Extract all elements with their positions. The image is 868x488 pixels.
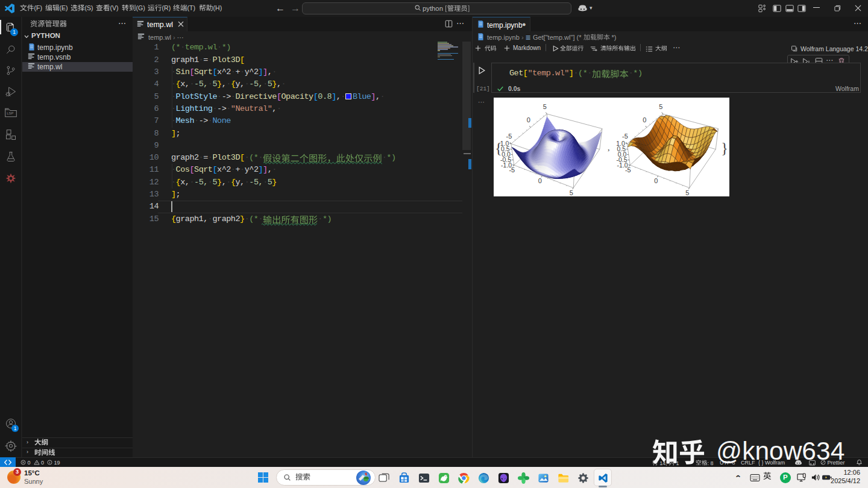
svg-text:5: 5: [659, 103, 662, 110]
svg-text:0: 0: [643, 116, 646, 124]
svg-text:5: 5: [570, 189, 573, 196]
svg-text:}: }: [721, 140, 728, 156]
svg-text:5: 5: [543, 103, 547, 110]
svg-text:LSP: LSP: [7, 111, 13, 115]
svg-text:0: 0: [538, 177, 542, 184]
svg-text:-5: -5: [622, 133, 628, 140]
svg-text:0: 0: [654, 177, 658, 184]
svg-text:-5: -5: [506, 133, 512, 140]
svg-text:,: ,: [608, 143, 610, 152]
svg-text:-5: -5: [509, 166, 515, 174]
svg-text:-5: -5: [625, 166, 631, 174]
svg-text:5: 5: [685, 189, 689, 196]
svg-text:{: {: [495, 140, 502, 156]
svg-text:0: 0: [527, 116, 530, 124]
